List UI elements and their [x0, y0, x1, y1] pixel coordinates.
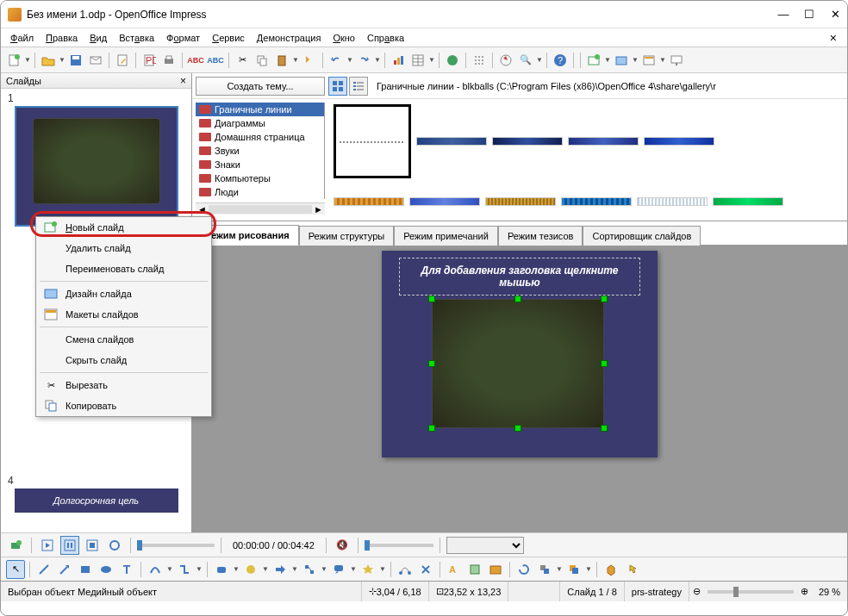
media-loop-button[interactable] [105, 536, 124, 555]
curve-tool[interactable] [146, 560, 165, 579]
slide-design-button[interactable] [612, 51, 631, 70]
stars-dropdown[interactable]: ▼ [379, 565, 386, 573]
undo-button[interactable] [327, 51, 346, 70]
media-volume-slider[interactable] [365, 544, 433, 547]
menu-close-icon[interactable]: × [823, 31, 844, 45]
current-slide[interactable]: Для добавления заголовка щелкните мышью [382, 251, 658, 457]
category-sounds[interactable]: Звуки [196, 144, 324, 158]
category-border-lines[interactable]: Граничные линии [196, 103, 324, 116]
menu-window[interactable]: Окно [327, 30, 361, 46]
slide-layout-dropdown[interactable]: ▼ [659, 56, 666, 64]
slide-media-object[interactable] [432, 299, 604, 428]
stars-tool[interactable] [359, 560, 377, 579]
line-tool[interactable] [34, 560, 53, 579]
slide-thumbnail-4[interactable]: Долгосрочная цель [15, 488, 178, 513]
resize-handle[interactable] [428, 360, 435, 367]
category-signs[interactable]: Знаки [196, 158, 324, 171]
gallery-tool[interactable] [486, 560, 505, 579]
category-scrollbar[interactable]: ◄► [196, 202, 325, 215]
arrow-tool[interactable] [55, 560, 74, 579]
connector-tool[interactable] [175, 560, 194, 579]
chart-button[interactable] [389, 51, 408, 70]
slideshow-button[interactable] [667, 51, 686, 70]
align-tool[interactable] [535, 560, 554, 579]
paste-button[interactable] [272, 51, 291, 70]
gallery-item[interactable] [492, 137, 563, 146]
rotate-tool[interactable] [514, 560, 533, 579]
ctx-copy[interactable]: Копировать [36, 395, 211, 416]
zoom-button[interactable]: 🔍 [516, 51, 535, 70]
print-button[interactable] [159, 51, 178, 70]
ctx-cut[interactable]: ✂Вырезать [36, 375, 211, 395]
insert-slide-dropdown[interactable]: ▼ [604, 56, 611, 64]
insert-slide-button[interactable] [584, 51, 603, 70]
open-dropdown[interactable]: ▼ [59, 56, 65, 64]
save-button[interactable] [66, 51, 85, 70]
category-diagrams[interactable]: Диаграммы [196, 116, 324, 130]
arrange-dropdown[interactable]: ▼ [585, 565, 592, 573]
rectangle-tool[interactable] [76, 560, 95, 579]
menu-format[interactable]: Формат [160, 30, 206, 46]
gallery-icon-view-button[interactable] [328, 77, 347, 96]
media-position-slider[interactable] [137, 544, 215, 547]
resize-handle[interactable] [514, 296, 521, 302]
basic-shapes-dropdown[interactable]: ▼ [233, 565, 240, 573]
gallery-item[interactable] [637, 197, 708, 206]
zoom-percent[interactable]: 29 % [812, 582, 847, 601]
gallery-item[interactable] [416, 137, 487, 146]
media-zoom-select[interactable] [446, 537, 524, 554]
redo-dropdown[interactable]: ▼ [374, 56, 381, 64]
resize-handle[interactable] [601, 360, 608, 367]
arrange-tool[interactable] [564, 560, 583, 579]
block-arrows-dropdown[interactable]: ▼ [291, 565, 298, 573]
curve-dropdown[interactable]: ▼ [166, 565, 173, 573]
fontwork-tool[interactable]: A [445, 560, 464, 579]
block-arrows-tool[interactable] [271, 560, 290, 579]
menu-view[interactable]: Вид [84, 30, 113, 46]
media-stop-button[interactable] [83, 536, 102, 555]
gallery-item[interactable] [568, 137, 639, 146]
select-tool[interactable]: ↖ [6, 560, 25, 579]
minimize-button[interactable]: — [778, 9, 789, 20]
undo-dropdown[interactable]: ▼ [346, 56, 353, 64]
media-play-button[interactable] [38, 536, 57, 555]
menu-file[interactable]: Файл [4, 30, 40, 46]
grid-button[interactable] [470, 51, 489, 70]
from-file-tool[interactable] [465, 560, 484, 579]
menu-insert[interactable]: Вставка [113, 30, 160, 46]
symbol-shapes-dropdown[interactable]: ▼ [262, 565, 269, 573]
slide-layout-button[interactable] [639, 51, 658, 70]
email-button[interactable] [86, 51, 105, 70]
ellipse-tool[interactable] [97, 560, 115, 579]
media-pause-button[interactable] [60, 536, 79, 555]
navigator-button[interactable] [496, 51, 515, 70]
resize-handle[interactable] [514, 425, 521, 432]
tab-sorter[interactable]: Сортировщик слайдов [583, 226, 701, 246]
gallery-item[interactable] [409, 197, 480, 206]
ctx-hide-slide[interactable]: Скрыть слайд [36, 350, 211, 370]
ctx-new-slide[interactable]: Новый слайд [36, 217, 211, 238]
callouts-tool[interactable] [329, 560, 348, 579]
text-tool[interactable]: T [117, 560, 136, 579]
slide-design-dropdown[interactable]: ▼ [632, 56, 639, 64]
paste-dropdown[interactable]: ▼ [292, 56, 299, 64]
category-homepage[interactable]: Домашняя страница [196, 130, 324, 144]
media-insert-button[interactable] [6, 536, 25, 555]
zoom-slider[interactable] [708, 590, 794, 594]
category-people[interactable]: Люди [196, 185, 324, 199]
gallery-item-selected[interactable] [334, 104, 411, 178]
zoom-in-button[interactable]: ⊕ [801, 586, 808, 597]
ctx-delete-slide[interactable]: Удалить слайд [36, 238, 211, 258]
tab-notes[interactable]: Режим примечаний [394, 226, 498, 246]
resize-handle[interactable] [428, 296, 435, 302]
tab-outline[interactable]: Режим структуры [299, 226, 395, 246]
connector-dropdown[interactable]: ▼ [196, 565, 203, 573]
resize-handle[interactable] [601, 296, 608, 302]
symbol-shapes-tool[interactable] [241, 560, 260, 579]
gallery-list-view-button[interactable] [349, 77, 368, 96]
maximize-button[interactable]: ☐ [804, 9, 814, 20]
menu-slideshow[interactable]: Демонстрация [251, 30, 327, 46]
interaction-tool[interactable] [622, 560, 641, 579]
table-button[interactable] [408, 51, 427, 70]
gallery-item[interactable] [334, 197, 404, 206]
